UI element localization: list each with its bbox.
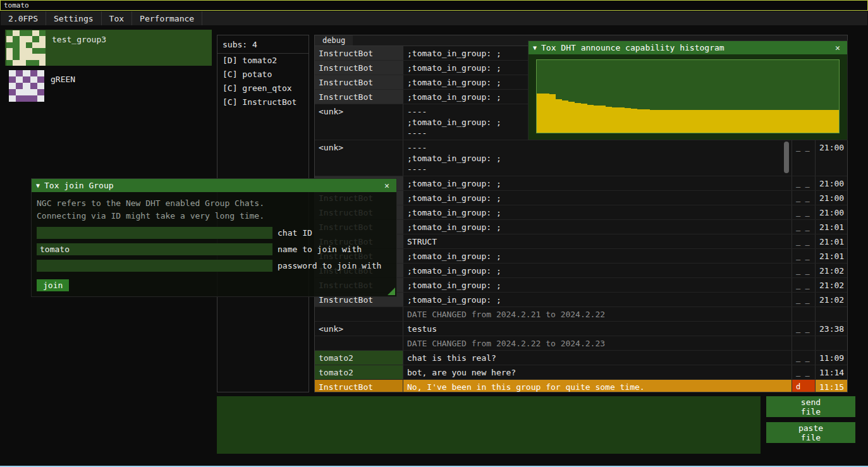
titlebar: tomato xyxy=(0,0,868,11)
chat-message: ;tomato_in_group: ; xyxy=(403,191,792,205)
chat-sender: <unk> xyxy=(315,140,403,176)
close-icon[interactable]: ✕ xyxy=(382,181,392,190)
join-password-input[interactable] xyxy=(37,260,272,272)
contact-item-green[interactable]: gREEN xyxy=(5,70,212,103)
histogram-bar xyxy=(738,110,745,133)
histogram-bar xyxy=(600,106,606,133)
chat-timestamp: 21:02 xyxy=(816,264,847,277)
chat-message: ;tomato_in_group: ; xyxy=(403,293,792,306)
chat-timestamp: 21:01 xyxy=(816,249,847,263)
close-icon[interactable]: ✕ xyxy=(833,43,843,52)
chat-sender: InstructBot xyxy=(315,90,403,104)
subs-list: [D] tomato2 [C] potato [C] green_qtox [C… xyxy=(217,54,309,109)
subs-list-item[interactable]: [D] tomato2 xyxy=(217,54,309,68)
chat-message: DATE CHANGED from 2024.2.22 to 2024.2.23 xyxy=(403,336,792,350)
chat-message: ;tomato_in_group: ; xyxy=(403,220,792,234)
chat-row[interactable]: DATE CHANGED from 2024.2.21 to 2024.2.22 xyxy=(315,307,847,322)
chat-scrollbar[interactable] xyxy=(784,142,789,173)
chat-row[interactable]: InstructBot No, I've been in this group … xyxy=(315,380,847,392)
paste-file-button[interactable]: paste file xyxy=(766,422,855,443)
chat-delivery-flags: _ _ xyxy=(792,234,816,248)
chat-message: DATE CHANGED from 2024.2.21 to 2024.2.22 xyxy=(403,307,792,321)
resize-grip[interactable] xyxy=(388,288,395,295)
chat-timestamp: 21:00 xyxy=(816,205,847,219)
histogram-bar xyxy=(744,110,750,133)
join-button[interactable]: join xyxy=(37,279,69,291)
histogram-bar xyxy=(637,109,644,133)
menu-performance[interactable]: Performance xyxy=(132,11,202,25)
chat-timestamp xyxy=(816,336,847,350)
collapse-arrow-icon[interactable]: ▼ xyxy=(36,182,40,189)
chat-row[interactable]: DATE CHANGED from 2024.2.22 to 2024.2.23 xyxy=(315,336,847,351)
histogram-bar xyxy=(669,110,675,133)
histogram-bar xyxy=(594,106,600,133)
histogram-bar xyxy=(606,107,612,133)
histogram-bar xyxy=(826,110,833,133)
chat-sender: <unk> xyxy=(315,322,403,336)
histogram-bar xyxy=(682,110,688,133)
contact-item-test-group3[interactable]: test_group3 xyxy=(5,30,212,66)
chat-row[interactable]: <unk> testus _ _ 23:38 xyxy=(315,322,847,336)
chat-message: ;tomato_in_group: ; xyxy=(403,249,792,263)
chat-id-input[interactable] xyxy=(37,227,272,239)
tab-debug[interactable]: debug xyxy=(315,35,353,45)
chat-message: bot, are you new here? xyxy=(403,365,792,379)
chat-timestamp xyxy=(816,307,847,321)
histogram-bar xyxy=(575,103,581,133)
chat-sender xyxy=(315,307,403,321)
dht-histogram-plot xyxy=(536,59,840,133)
chat-timestamp: 21:00 xyxy=(816,191,847,205)
chat-delivery-flags: d xyxy=(792,380,816,392)
chat-row[interactable]: tomato2 chat is this real? _ _ 11:09 xyxy=(315,351,847,365)
chat-delivery-flags: _ _ xyxy=(792,176,816,190)
chat-row[interactable]: <unk> ---- ;tomato_in_group: ; ---- _ _ … xyxy=(315,140,847,176)
histogram-bar xyxy=(562,100,568,133)
chat-message: ;tomato_in_group: ; xyxy=(403,205,792,219)
histogram-bar xyxy=(833,110,839,133)
histogram-bar xyxy=(726,110,732,133)
chat-message: ---- ;tomato_in_group: ; ---- xyxy=(403,140,792,176)
join-name-label: name to join with xyxy=(278,245,362,254)
chat-delivery-flags: _ _ xyxy=(792,322,816,336)
histogram-bar xyxy=(618,107,625,133)
chat-timestamp: 21:01 xyxy=(816,234,847,248)
subs-list-item[interactable]: [C] green_qtox xyxy=(217,82,309,95)
chat-message: No, I've been in this group for quite so… xyxy=(403,380,792,392)
chat-sender: InstructBot xyxy=(315,380,403,392)
chat-sender: <unk> xyxy=(315,104,403,140)
chat-message: STRUCT xyxy=(403,234,792,248)
chat-sender: InstructBot xyxy=(315,75,403,89)
send-file-button[interactable]: send file xyxy=(766,396,855,417)
join-name-input[interactable] xyxy=(37,243,272,255)
histogram-bar xyxy=(750,110,757,133)
chat-delivery-flags: _ _ xyxy=(792,293,816,306)
app-window: tomato 2.0FPS Settings Tox Performance t… xyxy=(0,0,868,467)
chat-timestamp: 21:02 xyxy=(816,293,847,306)
chat-timestamp: 11:09 xyxy=(816,351,847,365)
chat-timestamp: 21:02 xyxy=(816,278,847,292)
chat-delivery-flags: _ _ xyxy=(792,220,816,234)
histogram-bar xyxy=(612,107,618,133)
collapse-arrow-icon[interactable]: ▼ xyxy=(533,44,537,51)
histogram-bar xyxy=(776,110,782,133)
subs-list-item[interactable]: [C] InstructBot xyxy=(217,95,309,109)
menu-tox[interactable]: Tox xyxy=(102,11,132,25)
subs-list-item[interactable]: [C] potato xyxy=(217,68,309,82)
histogram-bar xyxy=(769,110,776,133)
histogram-bar xyxy=(820,110,826,133)
histogram-bar xyxy=(625,108,631,133)
histogram-bar xyxy=(663,110,669,133)
contact-avatar xyxy=(9,70,44,102)
join-group-window: ▼ Tox join Group ✕ NGC refers to the New… xyxy=(31,178,397,297)
histogram-bar xyxy=(688,110,694,133)
chat-row[interactable]: tomato2 bot, are you new here? _ _ 11:14 xyxy=(315,365,847,380)
histogram-bar xyxy=(707,110,713,133)
menu-settings[interactable]: Settings xyxy=(46,11,102,25)
chat-message: chat is this real? xyxy=(403,351,792,365)
histogram-bar xyxy=(700,110,707,133)
histogram-bar xyxy=(807,110,814,133)
histogram-bar xyxy=(757,110,763,133)
histogram-bar xyxy=(732,110,738,133)
message-compose-input[interactable] xyxy=(217,396,761,454)
dht-histogram-window: ▼ Tox DHT announce capability histogram … xyxy=(528,40,848,140)
